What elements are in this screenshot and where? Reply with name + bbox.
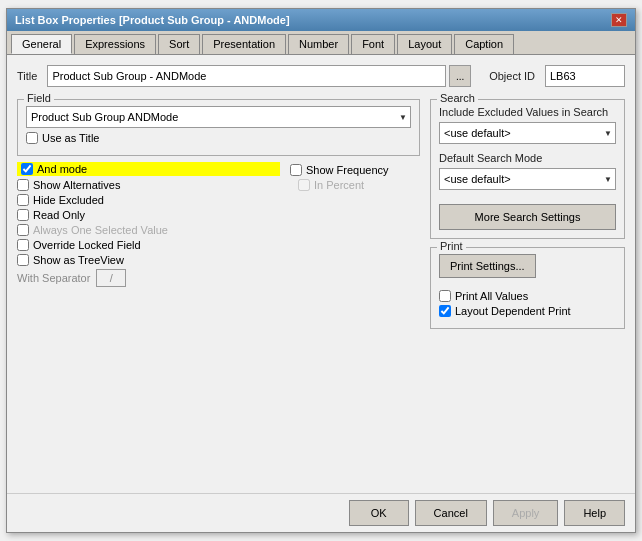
in-percent-checkbox[interactable]: [298, 179, 310, 191]
tab-layout[interactable]: Layout: [397, 34, 452, 54]
tab-bar: General Expressions Sort Presentation Nu…: [7, 31, 635, 55]
separator-label: With Separator: [17, 272, 90, 284]
separator-row: With Separator: [17, 269, 280, 287]
default-search-mode-select[interactable]: <use default>: [439, 168, 616, 190]
override-locked-row: Override Locked Field: [17, 239, 280, 251]
print-group-label: Print: [437, 240, 466, 252]
always-one-label: Always One Selected Value: [33, 224, 168, 236]
and-mode-checkbox[interactable]: [21, 163, 33, 175]
right-column: Search Include Excluded Values in Search…: [430, 99, 625, 483]
use-as-title-row: Use as Title: [26, 132, 411, 144]
tab-caption[interactable]: Caption: [454, 34, 514, 54]
field-group-label: Field: [24, 92, 54, 104]
search-group: Search Include Excluded Values in Search…: [430, 99, 625, 239]
checkboxes-area: And mode Show Alternatives Hide Excluded: [17, 162, 420, 287]
left-column: Field Product Sub Group ANDMode Use as T…: [17, 99, 420, 483]
tab-sort[interactable]: Sort: [158, 34, 200, 54]
layout-dependent-label: Layout Dependent Print: [455, 305, 571, 317]
read-only-row: Read Only: [17, 209, 280, 221]
always-one-row: Always One Selected Value: [17, 224, 280, 236]
default-search-mode-select-wrapper: <use default>: [439, 168, 616, 190]
show-alternatives-label: Show Alternatives: [33, 179, 120, 191]
field-select-row: Product Sub Group ANDMode: [26, 106, 411, 128]
apply-button[interactable]: Apply: [493, 500, 559, 526]
override-locked-checkbox[interactable]: [17, 239, 29, 251]
print-all-values-checkbox[interactable]: [439, 290, 451, 302]
layout-dependent-row: Layout Dependent Print: [439, 305, 616, 317]
show-frequency-label: Show Frequency: [306, 164, 389, 176]
tab-font[interactable]: Font: [351, 34, 395, 54]
print-all-values-row: Print All Values: [439, 290, 616, 302]
hide-excluded-row: Hide Excluded: [17, 194, 280, 206]
in-percent-label: In Percent: [314, 179, 364, 191]
layout-dependent-checkbox[interactable]: [439, 305, 451, 317]
help-button[interactable]: Help: [564, 500, 625, 526]
footer: OK Cancel Apply Help: [7, 493, 635, 532]
field-group: Field Product Sub Group ANDMode Use as T…: [17, 99, 420, 156]
object-id-label: Object ID: [489, 70, 535, 82]
object-id-wrap: [545, 65, 625, 87]
override-locked-label: Override Locked Field: [33, 239, 141, 251]
show-alternatives-checkbox[interactable]: [17, 179, 29, 191]
print-settings-button[interactable]: Print Settings...: [439, 254, 536, 278]
tab-expressions[interactable]: Expressions: [74, 34, 156, 54]
more-search-settings-button[interactable]: More Search Settings: [439, 204, 616, 230]
show-frequency-row: Show Frequency: [290, 164, 420, 176]
title-row: Title ... Object ID: [17, 65, 625, 87]
include-excluded-label: Include Excluded Values in Search: [439, 106, 616, 118]
close-button[interactable]: ✕: [611, 13, 627, 27]
cancel-button[interactable]: Cancel: [415, 500, 487, 526]
hide-excluded-checkbox[interactable]: [17, 194, 29, 206]
include-excluded-select[interactable]: <use default>: [439, 122, 616, 144]
window-title: List Box Properties [Product Sub Group -…: [15, 14, 290, 26]
read-only-label: Read Only: [33, 209, 85, 221]
tab-presentation[interactable]: Presentation: [202, 34, 286, 54]
title-dots-button[interactable]: ...: [449, 65, 471, 87]
tab-general[interactable]: General: [11, 34, 72, 54]
content-area: Title ... Object ID Field: [7, 55, 635, 493]
ok-button[interactable]: OK: [349, 500, 409, 526]
show-treeview-checkbox[interactable]: [17, 254, 29, 266]
right-checks: Show Frequency In Percent: [290, 162, 420, 287]
main-two-col: Field Product Sub Group ANDMode Use as T…: [17, 99, 625, 483]
print-all-values-label: Print All Values: [455, 290, 528, 302]
title-label-text: Title: [17, 70, 37, 82]
left-checks: And mode Show Alternatives Hide Excluded: [17, 162, 280, 287]
field-select[interactable]: Product Sub Group ANDMode: [26, 106, 411, 128]
show-treeview-row: Show as TreeView: [17, 254, 280, 266]
use-as-title-label: Use as Title: [42, 132, 99, 144]
search-group-label: Search: [437, 92, 478, 104]
always-one-checkbox[interactable]: [17, 224, 29, 236]
print-group: Print Print Settings... Print All Values…: [430, 247, 625, 329]
read-only-checkbox[interactable]: [17, 209, 29, 221]
show-alternatives-row: Show Alternatives: [17, 179, 280, 191]
title-input[interactable]: [47, 65, 446, 87]
hide-excluded-label: Hide Excluded: [33, 194, 104, 206]
separator-input[interactable]: [96, 269, 126, 287]
include-excluded-select-wrapper: <use default>: [439, 122, 616, 144]
show-treeview-label: Show as TreeView: [33, 254, 124, 266]
field-select-wrapper: Product Sub Group ANDMode: [26, 106, 411, 128]
title-bar: List Box Properties [Product Sub Group -…: [7, 9, 635, 31]
default-search-mode-label: Default Search Mode: [439, 152, 616, 164]
show-frequency-checkbox[interactable]: [290, 164, 302, 176]
and-mode-row: And mode: [17, 162, 280, 176]
in-percent-row: In Percent: [298, 179, 420, 191]
main-window: List Box Properties [Product Sub Group -…: [6, 8, 636, 533]
tab-number[interactable]: Number: [288, 34, 349, 54]
title-input-wrap: ...: [47, 65, 471, 87]
and-mode-label: And mode: [37, 163, 87, 175]
object-id-input[interactable]: [545, 65, 625, 87]
use-as-title-checkbox[interactable]: [26, 132, 38, 144]
